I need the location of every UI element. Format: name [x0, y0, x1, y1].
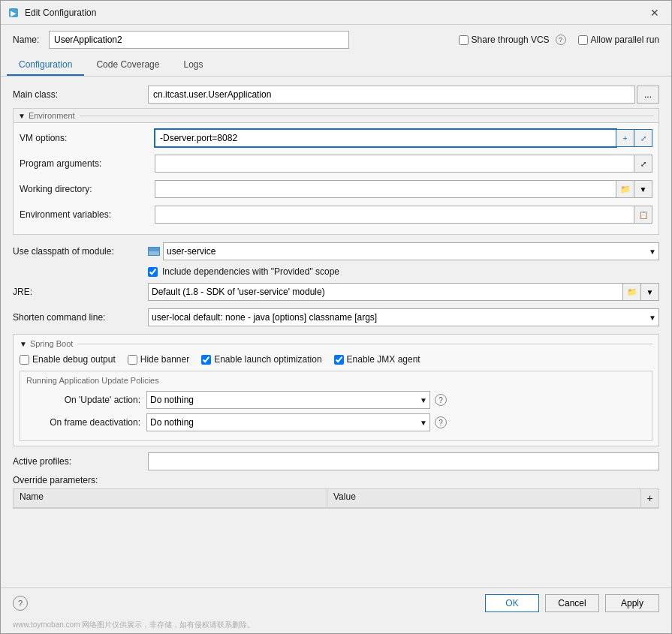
running-app-title: Running Application Update Policies — [26, 376, 646, 385]
cancel-button[interactable]: Cancel — [545, 594, 599, 612]
active-profiles-label: Active profiles: — [13, 456, 148, 467]
share-vcs-checkbox[interactable] — [459, 35, 469, 45]
enable-launch-opt-option[interactable]: Enable launch optimization — [201, 354, 321, 365]
hide-banner-label: Hide banner — [140, 354, 189, 365]
on-deactivate-row: On frame deactivation: Do nothing Update… — [26, 413, 646, 431]
spring-boot-section: ▼ Spring Boot Enable debug output Hide b… — [13, 334, 659, 446]
on-update-label: On 'Update' action: — [26, 395, 146, 405]
running-app-section: Running Application Update Policies On '… — [20, 371, 652, 441]
share-vcs-label: Share through VCS — [472, 35, 550, 45]
window-title: Edit Configuration — [25, 8, 644, 18]
include-deps-label: Include dependencies with "Provided" sco… — [162, 266, 339, 277]
allow-parallel-checkbox[interactable] — [578, 35, 588, 45]
on-deactivate-help-icon[interactable]: ? — [435, 416, 447, 428]
classpath-module-select-wrapper: user-service ▼ — [148, 242, 659, 260]
override-params-label: Override parameters: — [13, 475, 148, 485]
program-args-row: Program arguments: ⤢ — [20, 153, 652, 174]
on-deactivate-label: On frame deactivation: — [26, 417, 146, 428]
env-vars-clipboard-button[interactable]: 📋 — [634, 206, 652, 224]
shorten-cmd-select[interactable]: user-local default: none - java [options… — [148, 308, 659, 326]
svg-text:▶: ▶ — [11, 9, 17, 17]
environment-inner: VM options: + ⤢ Program arguments: ⤢ — [14, 123, 658, 234]
vm-options-label: VM options: — [20, 133, 155, 143]
spring-boot-collapse-arrow[interactable]: ▼ — [20, 340, 27, 348]
enable-jmx-checkbox[interactable] — [334, 355, 344, 365]
tab-logs[interactable]: Logs — [171, 55, 215, 76]
program-args-input[interactable] — [155, 155, 634, 173]
footer-left: ? — [13, 596, 28, 611]
env-vars-input-group: 📋 — [155, 206, 652, 224]
enable-debug-checkbox[interactable] — [20, 355, 29, 365]
enable-jmx-label: Enable JMX agent — [347, 354, 420, 365]
spring-boot-label: Spring Boot — [30, 339, 73, 348]
vm-options-input-group: + ⤢ — [155, 129, 652, 147]
jre-browse-button[interactable]: 📁 — [623, 283, 641, 301]
help-icon-vcs[interactable]: ? — [556, 35, 566, 45]
ok-button[interactable]: OK — [485, 594, 539, 612]
working-dir-input[interactable] — [155, 180, 616, 198]
jre-label: JRE: — [13, 287, 148, 297]
shorten-cmd-label: Shorten command line: — [13, 312, 148, 323]
on-deactivate-input-group: Do nothing Update classes and resources … — [146, 413, 447, 431]
watermark: www.toymoban.com 网络图片仅供展示，非存储，如有侵权请联系删除。 — [1, 618, 671, 633]
close-button[interactable]: ✕ — [644, 5, 665, 20]
title-bar: ▶ Edit Configuration ✕ — [1, 1, 671, 25]
hide-banner-checkbox[interactable] — [128, 355, 137, 365]
env-collapse-arrow[interactable]: ▼ — [18, 112, 26, 120]
allow-parallel-option[interactable]: Allow parallel run — [578, 35, 659, 45]
on-update-help-icon[interactable]: ? — [435, 394, 447, 406]
override-table-wrapper: Name Value + — [13, 488, 659, 509]
env-divider — [80, 116, 654, 116]
vm-options-add-button[interactable]: + — [616, 129, 634, 147]
jre-arrow-button[interactable]: ▼ — [641, 283, 659, 301]
main-class-input[interactable] — [148, 86, 635, 104]
hide-banner-option[interactable]: Hide banner — [128, 354, 189, 365]
enable-jmx-option[interactable]: Enable JMX agent — [334, 354, 420, 365]
spring-boot-divider — [77, 344, 652, 344]
shorten-cmd-select-wrapper: user-local default: none - java [options… — [148, 308, 659, 326]
main-class-browse-button[interactable]: ... — [637, 86, 659, 104]
enable-debug-option[interactable]: Enable debug output — [20, 354, 116, 365]
share-vcs-option[interactable]: Share through VCS ? — [459, 35, 566, 45]
active-profiles-input[interactable] — [148, 452, 659, 470]
shorten-cmd-row: Shorten command line: user-local default… — [13, 307, 659, 328]
apply-button[interactable]: Apply — [605, 594, 659, 612]
tab-configuration[interactable]: Configuration — [7, 55, 84, 76]
classpath-module-select[interactable]: user-service — [163, 242, 659, 260]
allow-parallel-label: Allow parallel run — [591, 35, 659, 45]
include-deps-row: Include dependencies with "Provided" sco… — [148, 266, 659, 277]
vm-options-row: VM options: + ⤢ — [20, 128, 652, 149]
override-col-name: Name — [14, 489, 327, 507]
footer-help-button[interactable]: ? — [13, 596, 28, 611]
override-col-value: Value — [327, 489, 640, 507]
program-args-expand-button[interactable]: ⤢ — [634, 155, 652, 173]
override-add-button[interactable]: + — [640, 489, 658, 507]
enable-launch-opt-checkbox[interactable] — [201, 355, 211, 365]
env-vars-input[interactable] — [155, 206, 634, 224]
jre-row: JRE: Default (1.8 - SDK of 'user-service… — [13, 281, 659, 302]
on-update-input-group: Do nothing Update classes and resources … — [146, 391, 447, 409]
working-dir-browse-button[interactable]: 📁 — [616, 180, 634, 198]
module-icon — [148, 247, 160, 256]
on-update-row: On 'Update' action: Do nothing Update cl… — [26, 391, 646, 409]
classpath-module-row: Use classpath of module: user-service ▼ — [13, 241, 659, 262]
name-row: Name: Share through VCS ? Allow parallel… — [1, 25, 671, 55]
footer: ? OK Cancel Apply — [1, 587, 671, 618]
name-row-options: Share through VCS ? Allow parallel run — [459, 35, 659, 45]
working-dir-row: Working directory: 📁 ▼ — [20, 179, 652, 200]
environment-header: ▼ Environment — [14, 109, 658, 123]
tab-code-coverage[interactable]: Code Coverage — [84, 55, 171, 76]
spring-boot-checkboxes: Enable debug output Hide banner Enable l… — [20, 354, 652, 365]
on-deactivate-select[interactable]: Do nothing Update classes and resources — [146, 413, 430, 431]
environment-section: ▼ Environment VM options: + ⤢ Program ar… — [13, 108, 659, 235]
working-dir-input-group: 📁 ▼ — [155, 180, 652, 198]
vm-options-input[interactable] — [155, 129, 616, 147]
vm-options-expand-button[interactable]: ⤢ — [634, 129, 652, 147]
jre-select[interactable]: Default (1.8 - SDK of 'user-service' mod… — [148, 283, 623, 301]
on-update-select[interactable]: Do nothing Update classes and resources … — [146, 391, 430, 409]
include-deps-checkbox[interactable] — [148, 267, 158, 277]
name-input[interactable] — [49, 31, 349, 49]
main-class-label: Main class: — [13, 89, 148, 100]
on-update-select-wrapper: Do nothing Update classes and resources … — [146, 391, 430, 409]
working-dir-arrow-button[interactable]: ▼ — [634, 180, 652, 198]
